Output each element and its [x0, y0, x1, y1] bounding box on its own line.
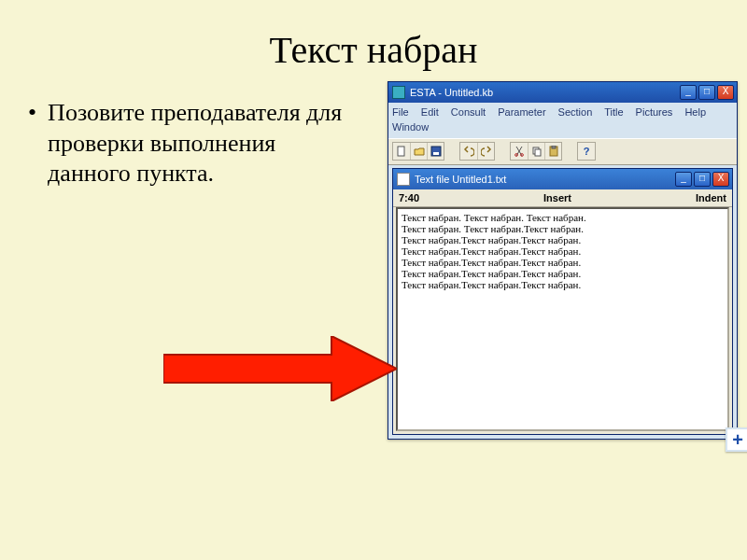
- menu-window[interactable]: Window: [392, 121, 429, 133]
- tool-cut-icon[interactable]: [511, 143, 528, 160]
- menu-section[interactable]: Section: [558, 106, 593, 118]
- svg-rect-2: [433, 152, 439, 155]
- tool-help-icon[interactable]: ?: [578, 143, 595, 160]
- menu-title[interactable]: Title: [604, 106, 623, 118]
- svg-point-3: [515, 154, 518, 157]
- tool-paste-icon[interactable]: [544, 143, 561, 160]
- tool-new-icon[interactable]: [393, 143, 410, 160]
- bullet-text: Позовите преподавателя для проверки выпо…: [48, 98, 350, 189]
- minimize-button[interactable]: _: [680, 85, 697, 100]
- inner-maximize-button[interactable]: □: [694, 172, 711, 187]
- menu-help[interactable]: Help: [684, 106, 706, 118]
- inner-close-button[interactable]: X: [712, 172, 729, 187]
- menubar: File Edit Consult Parameter Section Titl…: [388, 103, 737, 138]
- close-button[interactable]: X: [717, 85, 734, 100]
- tool-redo-icon[interactable]: [477, 143, 494, 160]
- menu-parameter[interactable]: Parameter: [498, 106, 545, 118]
- maximize-button[interactable]: □: [698, 85, 715, 100]
- editor-text-area[interactable]: Текст набран. Текст набран. Текст набран…: [396, 207, 729, 431]
- status-insert-mode: Insert: [543, 192, 571, 203]
- text-line: Текст набран.Текст набран.Текст набран.: [402, 245, 724, 257]
- app-icon: [392, 86, 405, 99]
- menu-edit[interactable]: Edit: [421, 106, 439, 118]
- svg-rect-8: [552, 146, 556, 148]
- svg-rect-0: [398, 147, 404, 156]
- text-file-window: Text file Untitled1.txt _ □ X 7:40 Inser…: [392, 168, 733, 435]
- status-indent: Indent: [696, 192, 726, 203]
- text-line: Текст набран. Текст набран.Текст набран.: [402, 223, 724, 234]
- tool-undo-icon[interactable]: [460, 143, 477, 160]
- menu-pictures[interactable]: Pictures: [636, 106, 673, 118]
- inner-minimize-button[interactable]: _: [675, 172, 692, 187]
- outer-window-title: ESTA - Untitled.kb: [410, 87, 680, 98]
- bullet-item: • Позовите преподавателя для проверки вы…: [28, 98, 350, 189]
- document-icon: [397, 173, 410, 186]
- tool-save-icon[interactable]: [427, 143, 444, 160]
- left-column: • Позовите преподавателя для проверки вы…: [28, 89, 350, 189]
- bullet-dot-icon: •: [28, 98, 36, 127]
- esta-application-window: ESTA - Untitled.kb _ □ X File Edit Consu…: [388, 81, 738, 440]
- tool-copy-icon[interactable]: [528, 143, 544, 160]
- menu-consult[interactable]: Consult: [451, 106, 486, 118]
- toolbar: ?: [388, 138, 737, 165]
- inner-status-bar: 7:40 Insert Indent: [393, 189, 732, 207]
- tool-open-icon[interactable]: [410, 143, 427, 160]
- inner-window-title: Text file Untitled1.txt: [415, 174, 675, 185]
- text-line: Текст набран.Текст набран.Текст набран.: [402, 234, 724, 245]
- status-position: 7:40: [399, 192, 419, 203]
- outer-titlebar: ESTA - Untitled.kb _ □ X: [388, 82, 737, 103]
- callout-arrow-icon: [163, 336, 397, 401]
- text-line: Текст набран. Текст набран. Текст набран…: [402, 212, 724, 223]
- text-line: Текст набран.Текст набран.Текст набран.: [402, 279, 724, 290]
- slide-title: Текст набран: [0, 0, 747, 89]
- svg-marker-9: [163, 336, 397, 401]
- text-line: Текст набран.Текст набран.Текст набран.: [402, 257, 724, 268]
- svg-point-4: [521, 154, 524, 157]
- resize-plus-icon: +: [726, 427, 747, 452]
- svg-rect-6: [535, 149, 541, 156]
- text-line: Текст набран.Текст набран.Текст набран.: [402, 268, 724, 279]
- menu-file[interactable]: File: [392, 106, 409, 118]
- inner-titlebar: Text file Untitled1.txt _ □ X: [393, 169, 732, 189]
